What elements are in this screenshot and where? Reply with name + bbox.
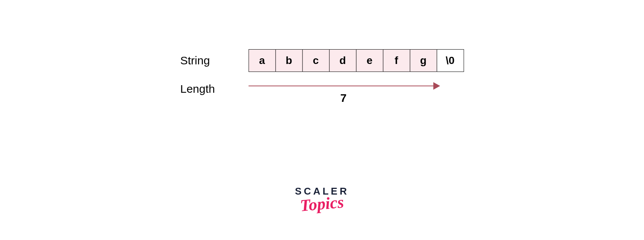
arrow-line xyxy=(248,86,434,86)
cell-3: d xyxy=(329,49,356,72)
string-cells: a b c d e f g \0 xyxy=(248,49,464,72)
length-row: Length 7 xyxy=(180,83,464,101)
cell-4: e xyxy=(356,49,383,72)
cell-2: c xyxy=(302,49,329,72)
length-arrow: 7 xyxy=(248,83,438,101)
length-label: Length xyxy=(180,83,248,95)
length-value: 7 xyxy=(340,92,347,104)
scaler-logo: SCALER Topics xyxy=(295,185,349,214)
cell-1: b xyxy=(275,49,303,72)
diagram-content: String a b c d e f g \0 Length 7 xyxy=(180,49,464,101)
cell-6: g xyxy=(410,49,437,72)
arrow-head-icon xyxy=(433,82,440,90)
logo-bottom-text: Topics xyxy=(299,192,345,215)
cell-5: f xyxy=(383,49,410,72)
string-row: String a b c d e f g \0 xyxy=(180,49,464,72)
cell-null: \0 xyxy=(437,49,464,72)
string-label: String xyxy=(180,54,248,67)
cell-0: a xyxy=(248,49,276,72)
